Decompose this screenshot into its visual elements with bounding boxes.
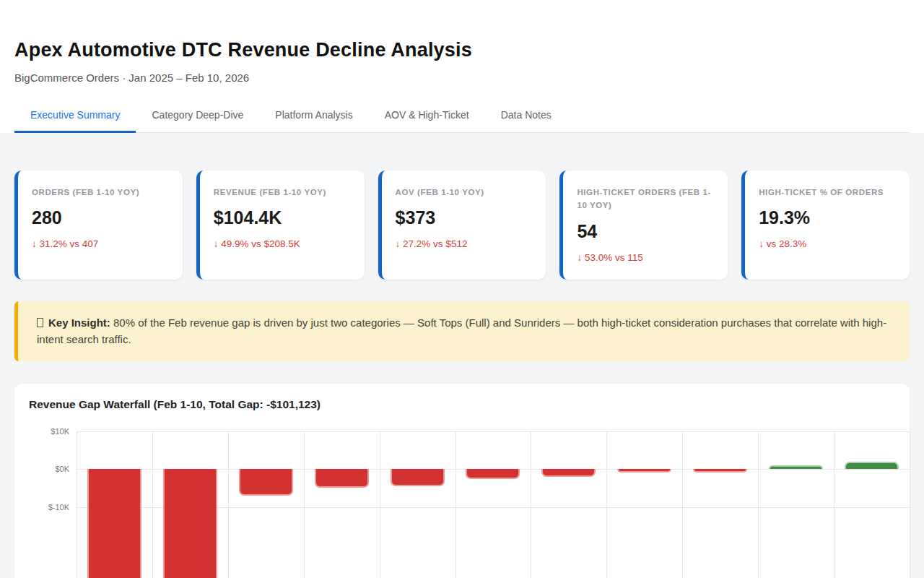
tab-aov-high-ticket[interactable]: AOV & High-Ticket: [369, 100, 485, 133]
y-gridline: [77, 431, 910, 432]
x-gridline: [228, 431, 229, 578]
x-gridline: [834, 431, 834, 578]
kpi-card-revenue: REVENUE (FEB 1-10 YOY) $104.4K ↓ 49.9% v…: [196, 171, 365, 280]
x-gridline: [77, 431, 77, 578]
key-insight-text: 80% of the Feb revenue gap is driven by …: [37, 316, 886, 345]
tab-platform-analysis[interactable]: Platform Analysis: [259, 100, 368, 133]
revenue-waterfall-card: Revenue Gap Waterfall (Feb 1-10, Total G…: [14, 384, 910, 578]
waterfall-bar: [163, 469, 217, 578]
kpi-label: HIGH-TICKET % OF ORDERS: [759, 186, 897, 199]
kpi-card-orders: ORDERS (FEB 1-10 YOY) 280 ↓ 31.2% vs 407: [14, 171, 183, 280]
tab-data-notes[interactable]: Data Notes: [485, 100, 567, 133]
kpi-card-aov: AOV (FEB 1-10 YOY) $373 ↓ 27.2% vs $512: [378, 171, 546, 280]
kpi-delta: ↓ 27.2% vs $512: [396, 238, 533, 249]
kpi-label: HIGH-TICKET ORDERS (FEB 1-10 YOY): [577, 186, 715, 212]
y-axis-tick-label: $0K: [29, 465, 69, 473]
missing-glyph-icon: [37, 318, 43, 327]
x-gridline: [531, 431, 531, 578]
key-insight-label: Key Insight:: [48, 316, 110, 329]
kpi-label: REVENUE (FEB 1-10 YOY): [214, 186, 352, 199]
chart-title: Revenue Gap Waterfall (Feb 1-10, Total G…: [29, 398, 895, 411]
content-section: ORDERS (FEB 1-10 YOY) 280 ↓ 31.2% vs 407…: [0, 133, 924, 578]
kpi-card-high-ticket-orders: HIGH-TICKET ORDERS (FEB 1-10 YOY) 54 ↓ 5…: [559, 171, 728, 280]
waterfall-bar: [87, 469, 141, 578]
y-axis-tick-label: $10K: [29, 427, 69, 436]
kpi-value: 19.3%: [759, 207, 897, 228]
kpi-delta: ↓ 53.0% vs 115: [577, 252, 715, 263]
x-gridline: [758, 431, 759, 578]
waterfall-bar: [466, 469, 520, 479]
page-title: Apex Automotive DTC Revenue Decline Anal…: [14, 39, 910, 61]
kpi-value: 54: [577, 221, 715, 242]
x-gridline: [380, 431, 380, 578]
kpi-delta: ↓ 31.2% vs 407: [32, 238, 170, 249]
key-insight-callout: Key Insight: 80% of the Feb revenue gap …: [14, 301, 910, 361]
kpi-label: ORDERS (FEB 1-10 YOY): [32, 186, 170, 199]
waterfall-bar: [391, 469, 445, 486]
x-gridline: [910, 431, 910, 578]
x-gridline: [456, 431, 456, 578]
page-subtitle: BigCommerce Orders · Jan 2025 – Feb 10, …: [14, 72, 910, 84]
waterfall-bar: [693, 469, 747, 473]
tab-category-deep-dive[interactable]: Category Deep-Dive: [136, 100, 259, 133]
waterfall-bar: [315, 469, 369, 488]
x-gridline: [682, 431, 683, 578]
waterfall-bar: [239, 469, 293, 496]
y-axis-tick-label: $-10K: [29, 503, 69, 512]
x-gridline: [606, 431, 607, 578]
waterfall-bar: [845, 462, 899, 469]
kpi-delta: ↓ vs 28.3%: [759, 238, 897, 249]
kpi-row: ORDERS (FEB 1-10 YOY) 280 ↓ 31.2% vs 407…: [14, 171, 910, 280]
page-header: Apex Automotive DTC Revenue Decline Anal…: [0, 0, 924, 133]
kpi-card-high-ticket-pct: HIGH-TICKET % OF ORDERS 19.3% ↓ vs 28.3%: [741, 171, 910, 280]
x-gridline: [152, 431, 153, 578]
kpi-value: $104.4K: [214, 207, 352, 228]
tab-bar: Executive Summary Category Deep-Dive Pla…: [14, 100, 910, 133]
kpi-delta: ↓ 49.9% vs $208.5K: [214, 238, 352, 249]
kpi-value: 280: [32, 207, 170, 228]
waterfall-bar: [769, 465, 823, 469]
waterfall-chart: $10K$0K$-10K: [29, 423, 895, 578]
waterfall-bar: [541, 469, 596, 477]
kpi-label: AOV (FEB 1-10 YOY): [396, 186, 533, 199]
kpi-value: $373: [396, 207, 533, 228]
waterfall-bar: [617, 469, 671, 473]
x-gridline: [304, 431, 305, 578]
tab-executive-summary[interactable]: Executive Summary: [14, 100, 136, 133]
